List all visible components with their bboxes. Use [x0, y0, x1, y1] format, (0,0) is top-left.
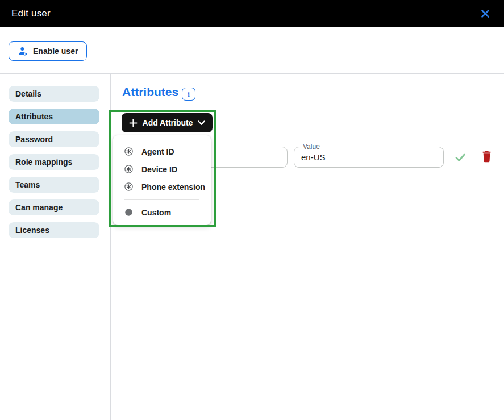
sidebar-item-teams[interactable]: Teams [9, 177, 99, 193]
asterisk-circle-icon [124, 147, 133, 156]
sidebar-item-password[interactable]: Password [9, 131, 99, 147]
sidebar-item-attributes[interactable]: Attributes [9, 109, 99, 124]
enable-user-button[interactable]: Enable user [9, 41, 87, 61]
add-attribute-label: Add Attribute [143, 118, 193, 127]
asterisk-circle-icon [124, 165, 133, 173]
attribute-value-field[interactable]: Value [294, 147, 444, 168]
enable-user-label: Enable user [33, 47, 78, 56]
sidebar-item-details[interactable]: Details [9, 86, 99, 102]
value-field-label: Value [301, 143, 322, 151]
menu-item-custom[interactable]: Custom [113, 203, 211, 221]
sidebar-item-label: Teams [15, 180, 40, 189]
menu-item-label: Custom [141, 208, 171, 217]
header-divider [0, 73, 504, 74]
sidebar-item-licenses[interactable]: Licenses [9, 222, 99, 238]
sidebar-item-label: Password [15, 135, 53, 144]
edit-user-dialog: Edit user Enable user Details Attributes… [0, 0, 504, 420]
dialog-title: Edit user [11, 8, 51, 19]
menu-item-label: Phone extension [141, 182, 205, 192]
menu-item-device-id[interactable]: Device ID [113, 160, 211, 178]
trash-icon[interactable] [481, 150, 492, 164]
info-icon[interactable]: i [182, 88, 195, 101]
sidebar-item-label: Attributes [15, 112, 53, 121]
asterisk-circle-icon [124, 182, 133, 191]
sidebar-item-label: Licenses [15, 226, 49, 235]
dialog-titlebar: Edit user [0, 0, 504, 27]
info-icon-glyph: i [188, 90, 190, 99]
add-attribute-menu: Agent ID Device ID [113, 135, 211, 225]
plus-icon [129, 119, 138, 127]
menu-item-phone-extension[interactable]: Phone extension [113, 178, 211, 196]
close-icon[interactable] [478, 6, 493, 21]
person-eye-icon [18, 46, 28, 56]
menu-item-label: Agent ID [141, 147, 174, 156]
filled-circle-icon [124, 208, 133, 217]
page-title: Attributes [122, 85, 178, 99]
menu-divider [124, 199, 199, 200]
sidebar-divider [110, 74, 111, 420]
sidebar-item-can-manage[interactable]: Can manage [9, 199, 99, 215]
sidebar-item-label: Details [15, 89, 41, 98]
sidebar-item-role-mappings[interactable]: Role mappings [9, 154, 99, 170]
check-icon[interactable] [454, 151, 466, 164]
add-attribute-button[interactable]: Add Attribute [122, 113, 213, 132]
settings-sidebar: Details Attributes Password Role mapping… [9, 86, 99, 245]
menu-item-label: Device ID [141, 165, 177, 174]
sidebar-item-label: Can manage [15, 203, 63, 212]
menu-item-agent-id[interactable]: Agent ID [113, 143, 211, 160]
chevron-down-icon [198, 120, 205, 126]
sidebar-item-label: Role mappings [15, 157, 72, 167]
